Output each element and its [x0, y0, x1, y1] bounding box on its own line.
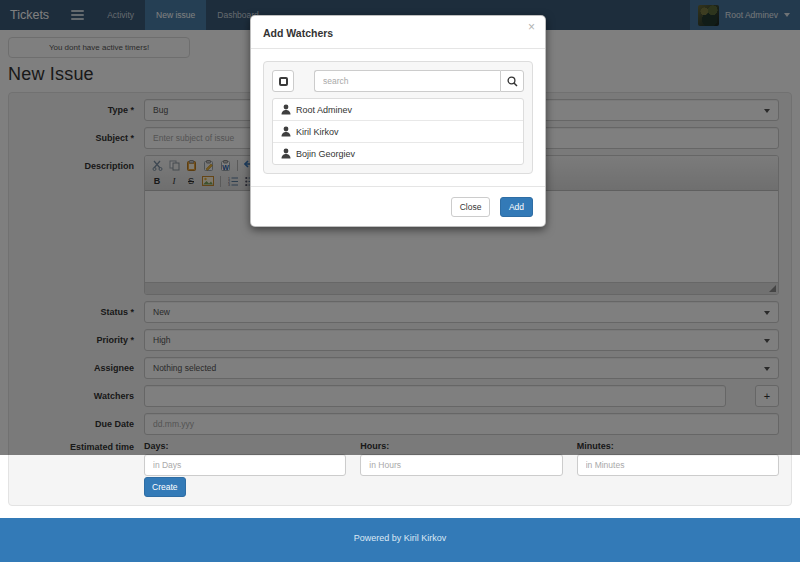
app-window: Tickets Activity New issue Dashboard Roo… — [0, 0, 800, 562]
person-icon — [281, 148, 291, 159]
days-input[interactable] — [144, 454, 346, 476]
user-list-item[interactable]: Root Adminev — [273, 99, 523, 121]
watchers-panel: Root Adminev Kiril Kirkov Bojin Georgiev — [263, 61, 533, 174]
modal-add-button[interactable]: Add — [500, 197, 533, 217]
user-name-text: Bojin Georgiev — [296, 149, 355, 159]
search-icon — [507, 76, 518, 87]
select-all-checkbox-button[interactable] — [272, 70, 294, 92]
person-icon — [281, 126, 291, 137]
modal-footer: Close Add — [251, 186, 545, 226]
add-watchers-modal: Add Watchers × — [250, 15, 546, 227]
modal-title: Add Watchers — [263, 27, 333, 39]
minutes-input[interactable] — [577, 454, 779, 476]
user-name-text: Kiril Kirkov — [296, 127, 339, 137]
create-button[interactable]: Create — [144, 477, 186, 497]
footer-text: Powered by Kiril Kirkov — [354, 533, 447, 543]
user-name-text: Root Adminev — [296, 105, 352, 115]
search-button[interactable] — [500, 70, 524, 92]
user-list-item[interactable]: Kiril Kirkov — [273, 121, 523, 143]
user-list-item[interactable]: Bojin Georgiev — [273, 143, 523, 164]
modal-close-icon[interactable]: × — [528, 21, 535, 33]
modal-body: Root Adminev Kiril Kirkov Bojin Georgiev — [251, 49, 545, 186]
watcher-search-input[interactable] — [314, 70, 500, 92]
checkbox-unchecked-icon — [279, 77, 288, 86]
person-icon — [281, 104, 291, 115]
footer: Powered by Kiril Kirkov — [0, 518, 800, 562]
modal-header: Add Watchers × — [251, 16, 545, 49]
user-list: Root Adminev Kiril Kirkov Bojin Georgiev — [272, 98, 524, 165]
hours-input[interactable] — [360, 454, 562, 476]
modal-close-button[interactable]: Close — [451, 197, 491, 217]
